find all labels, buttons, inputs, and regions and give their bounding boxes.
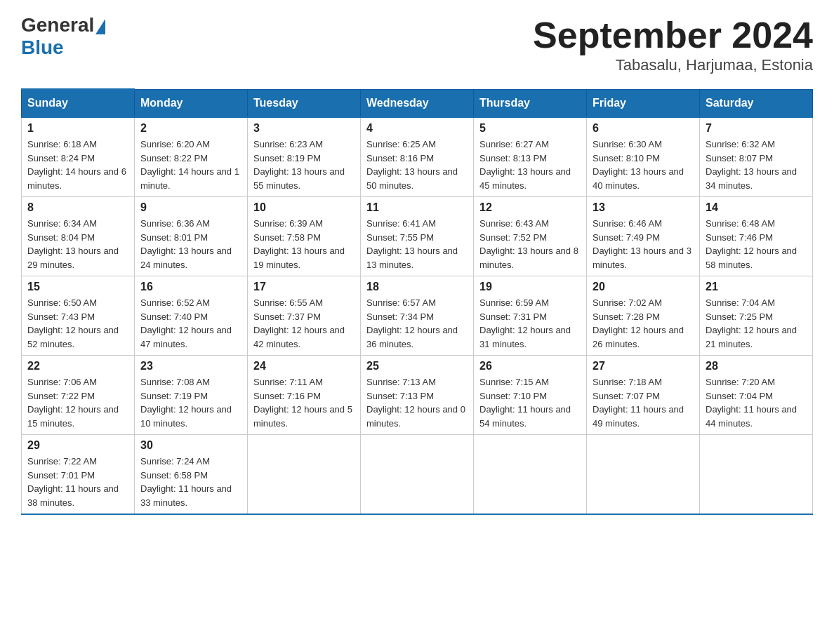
day-info: Sunrise: 7:15 AM Sunset: 7:10 PM Dayligh… [479, 375, 581, 430]
calendar-cell: 15 Sunrise: 6:50 AM Sunset: 7:43 PM Dayl… [22, 276, 135, 356]
day-info: Sunrise: 6:18 AM Sunset: 8:24 PM Dayligh… [27, 137, 128, 192]
column-header-sunday: Sunday [22, 89, 135, 117]
calendar-cell: 3 Sunrise: 6:23 AM Sunset: 8:19 PM Dayli… [248, 117, 361, 197]
column-header-friday: Friday [587, 89, 700, 117]
calendar-cell: 30 Sunrise: 7:24 AM Sunset: 6:58 PM Dayl… [135, 435, 248, 515]
calendar-week-row: 15 Sunrise: 6:50 AM Sunset: 7:43 PM Dayl… [22, 276, 813, 356]
day-number: 29 [27, 439, 128, 452]
calendar-table: SundayMondayTuesdayWednesdayThursdayFrid… [21, 88, 813, 515]
calendar-cell: 13 Sunrise: 6:46 AM Sunset: 7:49 PM Dayl… [587, 197, 700, 276]
day-number: 27 [593, 360, 694, 373]
calendar-header-row: SundayMondayTuesdayWednesdayThursdayFrid… [22, 89, 813, 117]
day-info: Sunrise: 7:24 AM Sunset: 6:58 PM Dayligh… [140, 455, 241, 509]
day-info: Sunrise: 6:34 AM Sunset: 8:04 PM Dayligh… [27, 217, 128, 271]
logo-triangle-icon [95, 19, 105, 34]
day-number: 9 [140, 201, 241, 214]
day-info: Sunrise: 6:20 AM Sunset: 8:22 PM Dayligh… [140, 137, 241, 192]
day-number: 13 [593, 201, 694, 214]
column-header-thursday: Thursday [474, 89, 587, 117]
day-number: 19 [479, 281, 581, 293]
day-number: 8 [27, 201, 128, 214]
calendar-cell: 27 Sunrise: 7:18 AM Sunset: 7:07 PM Dayl… [587, 356, 700, 435]
calendar-cell: 4 Sunrise: 6:25 AM Sunset: 8:16 PM Dayli… [361, 117, 474, 197]
day-number: 22 [27, 360, 128, 373]
day-number: 14 [706, 201, 807, 214]
day-info: Sunrise: 7:08 AM Sunset: 7:19 PM Dayligh… [140, 375, 241, 430]
logo-general: General [21, 14, 94, 36]
calendar-cell: 24 Sunrise: 7:11 AM Sunset: 7:16 PM Dayl… [248, 356, 361, 435]
calendar-week-row: 22 Sunrise: 7:06 AM Sunset: 7:22 PM Dayl… [22, 356, 813, 435]
day-number: 11 [366, 201, 468, 214]
day-info: Sunrise: 6:55 AM Sunset: 7:37 PM Dayligh… [253, 296, 355, 351]
calendar-cell: 18 Sunrise: 6:57 AM Sunset: 7:34 PM Dayl… [361, 276, 474, 356]
day-info: Sunrise: 6:57 AM Sunset: 7:34 PM Dayligh… [366, 296, 468, 351]
calendar-cell: 25 Sunrise: 7:13 AM Sunset: 7:13 PM Dayl… [361, 356, 474, 435]
day-number: 3 [253, 122, 355, 135]
day-info: Sunrise: 6:30 AM Sunset: 8:10 PM Dayligh… [593, 137, 694, 192]
calendar-week-row: 29 Sunrise: 7:22 AM Sunset: 7:01 PM Dayl… [22, 435, 813, 515]
calendar-cell: 8 Sunrise: 6:34 AM Sunset: 8:04 PM Dayli… [22, 197, 135, 276]
day-info: Sunrise: 6:48 AM Sunset: 7:46 PM Dayligh… [706, 217, 807, 271]
day-number: 4 [366, 122, 468, 135]
calendar-cell [474, 435, 587, 515]
day-number: 2 [140, 122, 241, 135]
calendar-cell: 17 Sunrise: 6:55 AM Sunset: 7:37 PM Dayl… [248, 276, 361, 356]
logo: General Blue [21, 14, 105, 59]
calendar-week-row: 8 Sunrise: 6:34 AM Sunset: 8:04 PM Dayli… [22, 197, 813, 276]
day-info: Sunrise: 6:39 AM Sunset: 7:58 PM Dayligh… [253, 217, 355, 271]
day-info: Sunrise: 6:27 AM Sunset: 8:13 PM Dayligh… [479, 137, 581, 192]
page-header: General Blue September 2024 Tabasalu, Ha… [21, 14, 813, 74]
calendar-cell: 28 Sunrise: 7:20 AM Sunset: 7:04 PM Dayl… [700, 356, 813, 435]
day-info: Sunrise: 7:20 AM Sunset: 7:04 PM Dayligh… [706, 375, 807, 430]
day-info: Sunrise: 6:23 AM Sunset: 8:19 PM Dayligh… [253, 137, 355, 192]
location-title: Tabasalu, Harjumaa, Estonia [533, 56, 813, 74]
calendar-week-row: 1 Sunrise: 6:18 AM Sunset: 8:24 PM Dayli… [22, 117, 813, 197]
calendar-cell: 20 Sunrise: 7:02 AM Sunset: 7:28 PM Dayl… [587, 276, 700, 356]
day-info: Sunrise: 7:11 AM Sunset: 7:16 PM Dayligh… [253, 375, 355, 430]
calendar-cell: 23 Sunrise: 7:08 AM Sunset: 7:19 PM Dayl… [135, 356, 248, 435]
day-number: 12 [479, 201, 581, 214]
day-info: Sunrise: 7:18 AM Sunset: 7:07 PM Dayligh… [593, 375, 694, 430]
logo-blue: Blue [21, 36, 64, 59]
day-number: 20 [593, 281, 694, 293]
day-info: Sunrise: 6:25 AM Sunset: 8:16 PM Dayligh… [366, 137, 468, 192]
day-number: 30 [140, 439, 241, 452]
calendar-cell [248, 435, 361, 515]
day-number: 26 [479, 360, 581, 373]
calendar-cell: 10 Sunrise: 6:39 AM Sunset: 7:58 PM Dayl… [248, 197, 361, 276]
title-block: September 2024 Tabasalu, Harjumaa, Eston… [533, 14, 813, 74]
day-number: 5 [479, 122, 581, 135]
calendar-cell: 21 Sunrise: 7:04 AM Sunset: 7:25 PM Dayl… [700, 276, 813, 356]
column-header-monday: Monday [135, 89, 248, 117]
calendar-cell [361, 435, 474, 515]
calendar-cell: 19 Sunrise: 6:59 AM Sunset: 7:31 PM Dayl… [474, 276, 587, 356]
calendar-cell: 2 Sunrise: 6:20 AM Sunset: 8:22 PM Dayli… [135, 117, 248, 197]
day-number: 21 [706, 281, 807, 293]
day-number: 18 [366, 281, 468, 293]
calendar-cell: 11 Sunrise: 6:41 AM Sunset: 7:55 PM Dayl… [361, 197, 474, 276]
day-number: 6 [593, 122, 694, 135]
day-number: 25 [366, 360, 468, 373]
day-info: Sunrise: 6:36 AM Sunset: 8:01 PM Dayligh… [140, 217, 241, 271]
calendar-cell: 22 Sunrise: 7:06 AM Sunset: 7:22 PM Dayl… [22, 356, 135, 435]
calendar-cell [700, 435, 813, 515]
day-info: Sunrise: 6:43 AM Sunset: 7:52 PM Dayligh… [479, 217, 581, 271]
calendar-cell: 5 Sunrise: 6:27 AM Sunset: 8:13 PM Dayli… [474, 117, 587, 197]
calendar-cell: 16 Sunrise: 6:52 AM Sunset: 7:40 PM Dayl… [135, 276, 248, 356]
column-header-wednesday: Wednesday [361, 89, 474, 117]
day-info: Sunrise: 6:32 AM Sunset: 8:07 PM Dayligh… [706, 137, 807, 192]
day-number: 10 [253, 201, 355, 214]
day-info: Sunrise: 7:04 AM Sunset: 7:25 PM Dayligh… [706, 296, 807, 351]
day-info: Sunrise: 7:06 AM Sunset: 7:22 PM Dayligh… [27, 375, 128, 430]
day-number: 16 [140, 281, 241, 293]
day-info: Sunrise: 7:22 AM Sunset: 7:01 PM Dayligh… [27, 455, 128, 509]
column-header-saturday: Saturday [700, 89, 813, 117]
day-info: Sunrise: 6:46 AM Sunset: 7:49 PM Dayligh… [593, 217, 694, 271]
calendar-cell: 12 Sunrise: 6:43 AM Sunset: 7:52 PM Dayl… [474, 197, 587, 276]
calendar-cell: 6 Sunrise: 6:30 AM Sunset: 8:10 PM Dayli… [587, 117, 700, 197]
day-number: 7 [706, 122, 807, 135]
calendar-cell: 7 Sunrise: 6:32 AM Sunset: 8:07 PM Dayli… [700, 117, 813, 197]
calendar-cell: 9 Sunrise: 6:36 AM Sunset: 8:01 PM Dayli… [135, 197, 248, 276]
day-info: Sunrise: 7:02 AM Sunset: 7:28 PM Dayligh… [593, 296, 694, 351]
calendar-cell: 14 Sunrise: 6:48 AM Sunset: 7:46 PM Dayl… [700, 197, 813, 276]
